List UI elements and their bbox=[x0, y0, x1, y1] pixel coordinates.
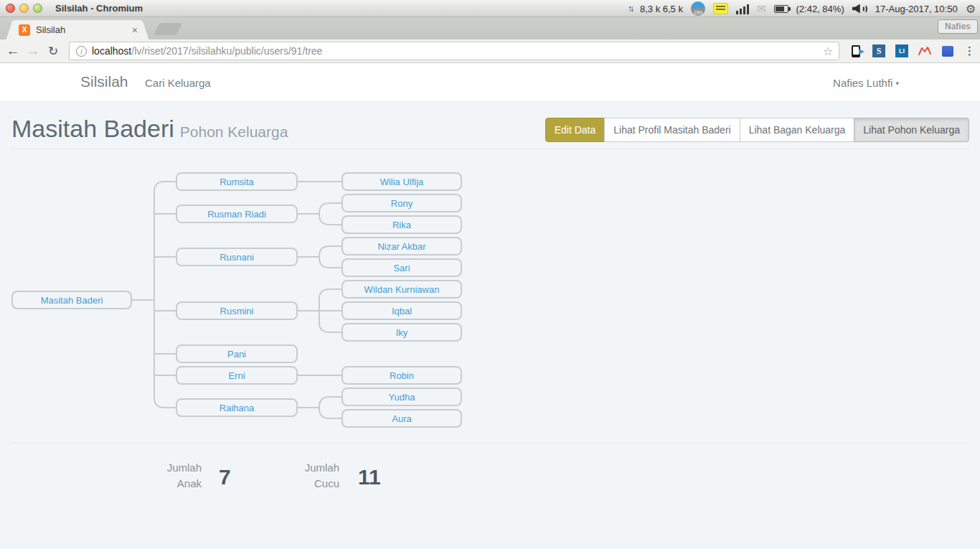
tree-node[interactable]: Rusmini bbox=[176, 301, 298, 320]
user-name: Nafies Luthfi bbox=[833, 77, 892, 89]
notification-badge-icon[interactable]: 289 bbox=[691, 1, 705, 16]
network-speed-text: 8,3 k 6,5 k bbox=[640, 4, 683, 14]
badge-count: 289 bbox=[694, 9, 702, 16]
tree-node-link[interactable]: Yudha bbox=[389, 392, 415, 403]
forward-button: → bbox=[23, 43, 43, 59]
tree-node-link[interactable]: Aura bbox=[392, 413, 411, 424]
tree-node[interactable]: Yudha bbox=[341, 388, 462, 406]
brand-link[interactable]: Silsilah bbox=[80, 73, 128, 90]
stat-cucu-label: Jumlah Cucu bbox=[268, 460, 339, 492]
lihat-bagan-button[interactable]: Lihat Bagan Keluarga bbox=[740, 118, 855, 142]
extension-send-to-phone-icon[interactable] bbox=[849, 44, 862, 57]
reload-button[interactable]: ↻ bbox=[43, 44, 63, 59]
window-maximize-button[interactable] bbox=[33, 4, 42, 13]
tree-node[interactable]: Erni bbox=[176, 366, 298, 385]
header-divider bbox=[11, 149, 969, 149]
tree-node-link[interactable]: Rusmini bbox=[220, 306, 254, 316]
extension-blue-icon[interactable] bbox=[941, 44, 954, 57]
page-title: Masitah BaderiPohon Keluarga bbox=[11, 115, 288, 143]
tree-node-link[interactable]: Sari bbox=[393, 263, 410, 273]
tree-node-link[interactable]: Pani bbox=[227, 349, 246, 360]
nav-link-cari-keluarga[interactable]: Cari Keluarga bbox=[145, 77, 211, 89]
extension-li-icon[interactable]: LI bbox=[895, 44, 908, 57]
tree-node-link[interactable]: Rusnani bbox=[220, 252, 254, 263]
network-updown-icon[interactable]: ↑↓ bbox=[628, 4, 632, 14]
tree-node-link[interactable]: Masitah Baderi bbox=[41, 295, 103, 306]
gear-icon[interactable]: ⚙ bbox=[966, 2, 976, 16]
tree-node[interactable]: Rony bbox=[341, 194, 462, 212]
edit-data-button[interactable]: Edit Data bbox=[545, 118, 606, 142]
url-host: localhost bbox=[92, 45, 131, 57]
tree-node-link[interactable]: Nizar Akbar bbox=[377, 241, 425, 252]
volume-icon[interactable] bbox=[852, 4, 867, 14]
app-navbar: Silsilah Cari Keluarga Nafies Luthfi▾ bbox=[0, 63, 980, 102]
extension-laravel-icon[interactable] bbox=[918, 44, 931, 57]
screen: Silsilah - Chromium ↑↓ 8,3 k 6,5 k 289 ✉… bbox=[0, 0, 980, 549]
url-bar[interactable]: i localhost /lv/riset/2017/silsilahku/pu… bbox=[69, 42, 839, 60]
tab-strip: X Silsilah × bbox=[0, 17, 980, 39]
tree-node[interactable]: Nizar Akbar bbox=[341, 237, 462, 255]
tree-node[interactable]: Iqbal bbox=[341, 301, 462, 320]
mail-indicator-icon[interactable]: ✉ bbox=[757, 2, 766, 15]
lihat-profil-button[interactable]: Lihat Profil Masitah Baderi bbox=[604, 118, 740, 142]
tree-node[interactable]: Sari bbox=[341, 258, 462, 277]
stat-anak-value: 7 bbox=[219, 465, 231, 489]
tree-node-link[interactable]: Rumsita bbox=[220, 177, 254, 187]
browser-toolbar: ← → ↻ i localhost /lv/riset/2017/silsila… bbox=[0, 39, 980, 63]
window-title: Silsilah - Chromium bbox=[55, 3, 143, 14]
page-info-icon[interactable]: i bbox=[76, 46, 87, 57]
tree-node[interactable]: Iky bbox=[341, 323, 462, 342]
battery-status-text: (2:42, 84%) bbox=[796, 4, 844, 14]
tree-node-link[interactable]: Rusman Riadi bbox=[207, 209, 266, 220]
battery-icon[interactable] bbox=[774, 5, 788, 13]
tree-node[interactable]: Rumsita bbox=[176, 172, 298, 191]
tab-title: Silsilah bbox=[36, 24, 132, 35]
footer-divider bbox=[11, 443, 969, 444]
bookmark-star-icon[interactable]: ☆ bbox=[823, 44, 833, 58]
extension-s-icon[interactable]: S bbox=[872, 44, 885, 57]
stat-anak-label: Jumlah Anak bbox=[130, 460, 202, 492]
system-tray: ↑↓ 8,3 k 6,5 k 289 ✉ (2:42, 84%) 17-Aug-… bbox=[628, 0, 976, 17]
tab-favicon-xampp: X bbox=[19, 24, 30, 36]
window-close-button[interactable] bbox=[6, 4, 15, 13]
page-subtitle: Pohon Keluarga bbox=[180, 123, 288, 140]
browser-menu-icon[interactable]: ⋮ bbox=[964, 44, 975, 57]
stat-cucu-value: 11 bbox=[358, 465, 381, 489]
notes-indicator-icon[interactable] bbox=[713, 3, 728, 14]
chevron-down-icon: ▾ bbox=[895, 80, 899, 87]
system-titlebar: Silsilah - Chromium ↑↓ 8,3 k 6,5 k 289 ✉… bbox=[0, 0, 980, 17]
tree-node-link[interactable]: Rika bbox=[392, 220, 411, 230]
lihat-pohon-button[interactable]: Lihat Pohon Keluarga bbox=[854, 118, 969, 142]
new-tab-button[interactable] bbox=[154, 23, 183, 35]
tree-node-link[interactable]: Iky bbox=[396, 327, 408, 338]
tree-node[interactable]: Wildan Kurniawan bbox=[341, 280, 462, 299]
tree-node-link[interactable]: Wilia Ulfija bbox=[380, 177, 424, 187]
tree-node-link[interactable]: Raihana bbox=[220, 403, 254, 413]
tree-node-link[interactable]: Robin bbox=[390, 370, 414, 381]
browser-tab[interactable]: X Silsilah × bbox=[16, 20, 139, 39]
window-controls bbox=[6, 4, 42, 13]
tree-node[interactable]: Wilia Ulfija bbox=[341, 172, 462, 191]
tree-node[interactable]: Rusnani bbox=[176, 248, 298, 266]
tree-node[interactable]: Masitah Baderi bbox=[11, 291, 132, 309]
action-button-group: Edit Data Lihat Profil Masitah Baderi Li… bbox=[545, 118, 969, 142]
tree-node[interactable]: Robin bbox=[341, 366, 462, 385]
window-minimize-button[interactable] bbox=[19, 4, 29, 13]
tree-node[interactable]: Raihana bbox=[176, 398, 298, 417]
user-tooltip: Nafies bbox=[938, 19, 978, 34]
tree-node-link[interactable]: Erni bbox=[228, 370, 245, 381]
tree-node-link[interactable]: Rony bbox=[391, 198, 413, 209]
tree-node[interactable]: Rika bbox=[341, 215, 462, 234]
tree-node-link[interactable]: Wildan Kurniawan bbox=[364, 284, 440, 295]
tree-node[interactable]: Rusman Riadi bbox=[176, 205, 298, 223]
tab-close-icon[interactable]: × bbox=[132, 24, 138, 36]
url-path: /lv/riset/2017/silsilahku/public/users/9… bbox=[131, 45, 322, 57]
tree-node[interactable]: Aura bbox=[341, 409, 462, 428]
tree-node-link[interactable]: Iqbal bbox=[392, 306, 412, 316]
clock-text[interactable]: 17-Aug-2017, 10:50 bbox=[875, 4, 958, 14]
signal-strength-icon[interactable] bbox=[736, 4, 749, 14]
tree-node[interactable]: Pani bbox=[176, 344, 298, 363]
back-button[interactable]: ← bbox=[3, 43, 23, 59]
user-dropdown[interactable]: Nafies Luthfi▾ bbox=[833, 77, 899, 89]
